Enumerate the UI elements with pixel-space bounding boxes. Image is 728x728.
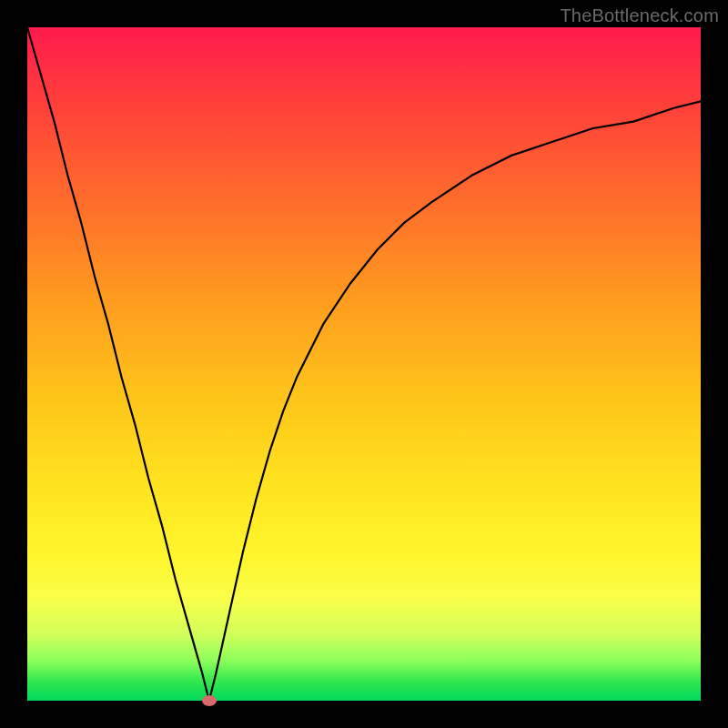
- plot-area: [27, 27, 701, 701]
- minimum-marker: [202, 695, 217, 706]
- chart-frame: TheBottleneck.com: [0, 0, 728, 728]
- watermark-text: TheBottleneck.com: [560, 5, 719, 26]
- bottleneck-curve: [27, 27, 701, 701]
- curve-svg: [27, 27, 701, 701]
